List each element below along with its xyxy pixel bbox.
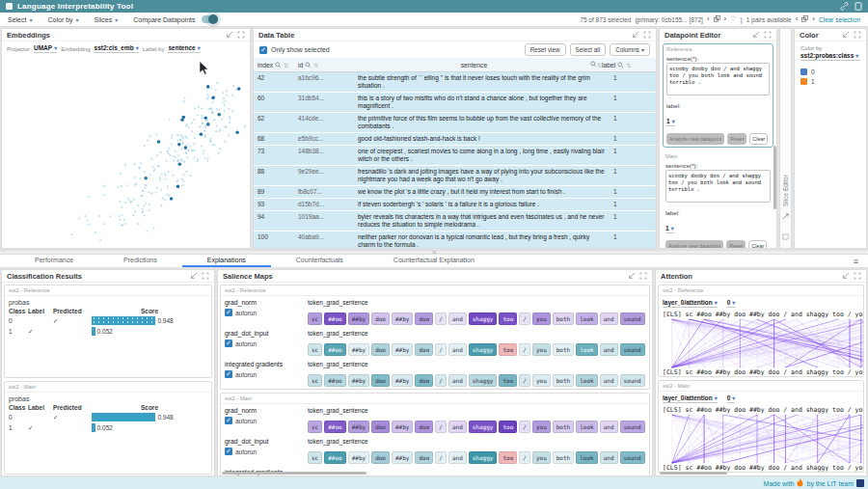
- datapoint[interactable]: [224, 100, 226, 102]
- datapoint[interactable]: [204, 126, 206, 128]
- search-icon[interactable]: [275, 62, 282, 68]
- minimize-icon[interactable]: [632, 31, 639, 39]
- reset-view-button[interactable]: Reset view: [525, 43, 566, 56]
- maximize-icon[interactable]: [854, 31, 861, 39]
- datapoint[interactable]: [217, 113, 221, 117]
- column-header-id[interactable]: id: [298, 62, 303, 68]
- search-icon[interactable]: [617, 62, 624, 68]
- reset-button[interactable]: Reset: [727, 133, 746, 145]
- column-header-label[interactable]: label: [602, 62, 615, 68]
- autorun-checkbox[interactable]: ✓: [225, 370, 232, 378]
- datapoint[interactable]: [126, 197, 128, 199]
- datapoint[interactable]: [203, 130, 205, 132]
- datapoint[interactable]: [134, 210, 136, 212]
- datapoint[interactable]: [148, 191, 149, 193]
- salience-token[interactable]: sound: [620, 312, 645, 325]
- datapoint[interactable]: [193, 119, 195, 121]
- label-select[interactable]: 1▾: [665, 225, 674, 233]
- datapoint[interactable]: [146, 184, 148, 186]
- datapoint[interactable]: [198, 106, 200, 108]
- salience-token[interactable]: ##oo: [324, 312, 345, 325]
- datapoint[interactable]: [103, 185, 105, 187]
- salience-token[interactable]: ##by: [348, 451, 369, 464]
- datapoint[interactable]: [173, 155, 175, 157]
- salience-token[interactable]: and: [600, 374, 618, 387]
- datapoint[interactable]: [118, 186, 120, 188]
- datapoint[interactable]: [139, 167, 141, 169]
- datapoint[interactable]: [191, 130, 193, 132]
- datapoint[interactable]: [147, 140, 149, 142]
- datapoint[interactable]: [189, 146, 191, 148]
- datapoint[interactable]: [141, 211, 143, 213]
- autorun-checkbox[interactable]: ✓: [225, 448, 232, 455]
- datapoint[interactable]: [201, 115, 203, 117]
- datapoint[interactable]: [186, 144, 188, 146]
- minimize-icon[interactable]: [226, 31, 233, 39]
- salience-token[interactable]: doo: [371, 451, 390, 464]
- salience-token[interactable]: ##by: [392, 451, 413, 464]
- datapoint[interactable]: [144, 177, 148, 180]
- salience-token[interactable]: sound: [620, 343, 645, 356]
- prev-pair-button[interactable]: ‹: [796, 16, 799, 22]
- datapoint[interactable]: [168, 148, 170, 149]
- salience-token[interactable]: /: [519, 374, 530, 387]
- datapoint[interactable]: [177, 159, 179, 161]
- table-row[interactable]: 62414cde...the primitive force of this f…: [254, 113, 656, 133]
- datapoint[interactable]: [182, 160, 184, 162]
- salience-token[interactable]: doo: [371, 374, 390, 387]
- datapoint[interactable]: [78, 218, 80, 220]
- datapoint[interactable]: [185, 171, 187, 173]
- salience-token[interactable]: and: [600, 312, 618, 325]
- search-icon[interactable]: [305, 62, 312, 68]
- datapoint[interactable]: [176, 185, 180, 189]
- datapoint[interactable]: [119, 215, 121, 217]
- salience-token[interactable]: doo: [371, 312, 390, 325]
- column-header-sentence[interactable]: sentence: [461, 62, 488, 68]
- datapoint[interactable]: [164, 199, 166, 201]
- datapoint[interactable]: [84, 215, 86, 217]
- datapoint[interactable]: [95, 231, 96, 233]
- salience-token[interactable]: ##by: [392, 374, 413, 387]
- datapoint[interactable]: [210, 140, 212, 142]
- salience-token[interactable]: doo: [415, 374, 433, 387]
- salience-token[interactable]: you: [532, 451, 551, 464]
- salience-token[interactable]: you: [532, 343, 551, 356]
- datapoint[interactable]: [184, 136, 186, 138]
- salience-token[interactable]: both: [553, 374, 574, 387]
- datapoint[interactable]: [193, 143, 195, 145]
- salience-token[interactable]: too: [499, 343, 517, 356]
- salience-token[interactable]: shaggy: [469, 343, 498, 356]
- salience-token[interactable]: sc: [308, 312, 322, 325]
- datapoint[interactable]: [152, 166, 154, 168]
- salience-token[interactable]: and: [448, 374, 467, 387]
- salience-token[interactable]: and: [600, 451, 618, 464]
- salience-token[interactable]: ##by: [348, 421, 369, 433]
- salience-token[interactable]: sound: [620, 451, 645, 464]
- datapoint[interactable]: [141, 195, 143, 197]
- datapoint[interactable]: [165, 174, 167, 176]
- salience-token[interactable]: /: [519, 312, 530, 325]
- datapoint[interactable]: [177, 155, 179, 157]
- datapoint[interactable]: [160, 204, 162, 206]
- datapoint[interactable]: [71, 233, 73, 235]
- projector-select[interactable]: UMAP▾: [34, 44, 57, 53]
- salience-token[interactable]: sound: [620, 421, 645, 433]
- datapoint[interactable]: [120, 173, 122, 175]
- datapoint[interactable]: [207, 96, 209, 98]
- datapoint[interactable]: [128, 200, 130, 202]
- datapoint[interactable]: [220, 129, 222, 131]
- datapoint[interactable]: [182, 116, 186, 120]
- scrollbar[interactable]: [222, 472, 366, 475]
- datapoint[interactable]: [221, 119, 223, 121]
- salience-token[interactable]: too: [499, 312, 517, 325]
- tab-counterfactual-explanation[interactable]: Counterfactual Explanation: [368, 255, 500, 267]
- autorun-checkbox[interactable]: ✓: [225, 417, 232, 424]
- datapoint[interactable]: [215, 89, 217, 91]
- datapoint[interactable]: [153, 169, 155, 171]
- salience-token[interactable]: sc: [308, 343, 322, 356]
- datapoint[interactable]: [213, 119, 215, 121]
- prev-datapoint-button[interactable]: ‹: [707, 16, 710, 22]
- datapoint[interactable]: [152, 227, 154, 229]
- salience-token[interactable]: ##oo: [324, 343, 345, 356]
- scrollbar[interactable]: [773, 146, 776, 209]
